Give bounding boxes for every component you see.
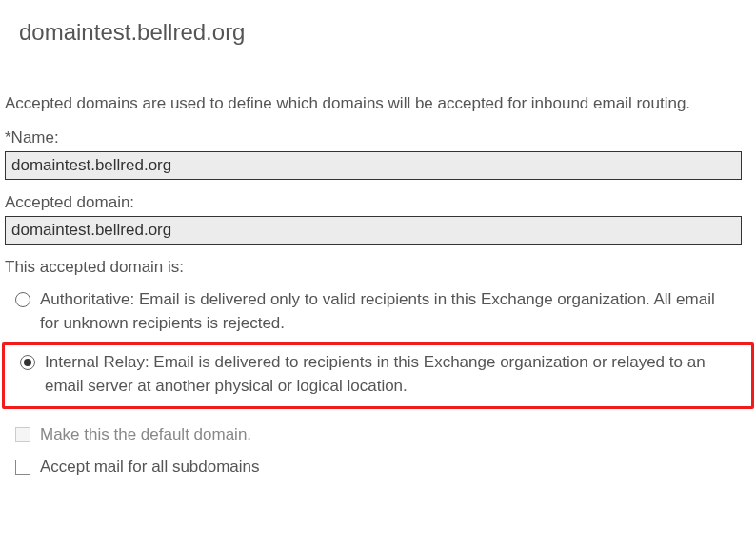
radio-authoritative-label: Authoritative: Email is delivered only t… xyxy=(40,288,729,335)
radio-row-internal-relay[interactable]: Internal Relay: Email is delivered to re… xyxy=(5,347,751,401)
radio-authoritative[interactable] xyxy=(15,292,30,307)
highlight-box: Internal Relay: Email is delivered to re… xyxy=(2,342,754,408)
accepted-domain-input[interactable] xyxy=(5,216,742,245)
checkbox-default-domain xyxy=(15,427,30,442)
radio-internal-relay-label: Internal Relay: Email is delivered to re… xyxy=(45,351,725,398)
checkbox-default-domain-label: Make this the default domain. xyxy=(40,424,251,445)
accepted-domain-label: Accepted domain: xyxy=(0,193,756,212)
radio-row-authoritative[interactable]: Authoritative: Email is delivered only t… xyxy=(0,284,756,339)
radio-internal-relay[interactable] xyxy=(20,355,35,370)
checkbox-row-default-domain: Make this the default domain. xyxy=(0,419,756,451)
description-text: Accepted domains are used to define whic… xyxy=(0,93,756,115)
name-label: *Name: xyxy=(0,128,756,147)
domain-type-heading: This accepted domain is: xyxy=(0,258,756,277)
checkbox-row-subdomains[interactable]: Accept mail for all subdomains xyxy=(0,451,756,483)
checkbox-subdomains[interactable] xyxy=(15,460,30,475)
page-title: domaintest.bellred.org xyxy=(0,0,756,46)
checkbox-subdomains-label: Accept mail for all subdomains xyxy=(40,457,260,478)
name-input[interactable] xyxy=(5,151,742,180)
